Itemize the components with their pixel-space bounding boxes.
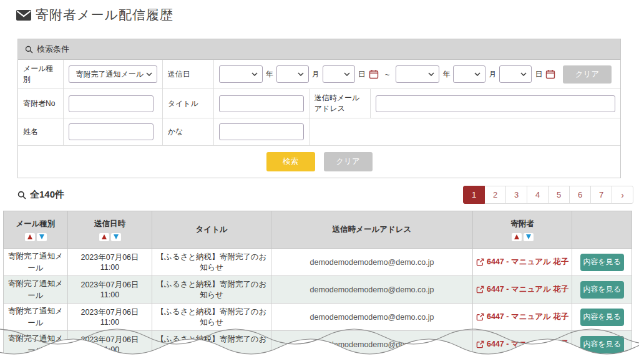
- date-from-day-select[interactable]: [323, 65, 355, 83]
- chevron-down-icon: [298, 72, 304, 76]
- cell-title: 【ふるさと納税】寄附完了のお知らせ: [152, 331, 271, 358]
- results-bar: 全140件 1 2 3 4 5 6 7 ›: [17, 186, 633, 204]
- sort-asc-icon[interactable]: [512, 233, 522, 241]
- title-label: タイトル: [162, 89, 213, 118]
- view-content-button[interactable]: 内容を見る: [580, 254, 624, 271]
- cell-sent-at: 2023年07月06日 11:00: [68, 249, 152, 276]
- table-header-row: メール種別 送信日時 タイトル 送信時メールアドレス 寄附者: [4, 211, 632, 249]
- search-panel-header: 検索条件: [18, 39, 620, 60]
- view-content-button[interactable]: 内容を見る: [580, 336, 624, 353]
- pagination-page-1[interactable]: 1: [463, 186, 485, 204]
- date-from-month-select[interactable]: [276, 65, 309, 83]
- donor-link[interactable]: 6447 - マニュアル 花子: [476, 257, 568, 267]
- date-range-separator: ~: [385, 70, 390, 79]
- view-content-button[interactable]: 内容を見る: [580, 309, 624, 326]
- kana-input[interactable]: [219, 123, 304, 140]
- month-unit-label: 月: [489, 69, 496, 80]
- cell-donor: 6447 - マニュアル 花子: [473, 276, 572, 304]
- calendar-icon[interactable]: [369, 69, 379, 79]
- donor-link[interactable]: 6447 - マニュアル 花子: [476, 339, 568, 350]
- cell-address: demodemodemodemo@demo.co.jp: [271, 331, 473, 358]
- page-title: 寄附者メール配信履歴: [16, 6, 173, 24]
- pagination-page-2[interactable]: 2: [484, 186, 506, 204]
- search-icon: [25, 46, 33, 54]
- chevron-down-icon: [520, 72, 527, 76]
- cell-donor: 6447 - マニュアル 花子: [473, 304, 572, 331]
- empty-cell: [309, 118, 620, 146]
- search-button[interactable]: 検索: [266, 152, 315, 171]
- external-link-icon: [476, 285, 484, 294]
- day-unit-label: 日: [358, 69, 366, 80]
- cell-address: demodemodemodemo@demo.co.jp: [271, 249, 473, 276]
- table-row: 寄附完了通知メール 2023年07月06日 11:00 【ふるさと納税】寄附完了…: [4, 249, 632, 276]
- external-link-icon: [476, 340, 484, 348]
- sort-asc-icon[interactable]: [25, 233, 35, 241]
- cell-donor: 6447 - マニュアル 花子: [473, 249, 572, 276]
- external-link-icon: [476, 313, 484, 321]
- view-content-button[interactable]: 内容を見る: [580, 281, 624, 299]
- year-unit-label: 年: [266, 69, 273, 80]
- column-header-sent-at: 送信日時: [68, 211, 152, 249]
- date-from-year-select[interactable]: [219, 65, 263, 83]
- chevron-down-icon: [344, 72, 350, 76]
- sort-desc-icon[interactable]: [524, 233, 534, 241]
- external-link-icon: [476, 258, 484, 266]
- send-date-label: 送信日: [162, 60, 213, 89]
- search-icon: [17, 191, 26, 199]
- name-input[interactable]: [69, 123, 154, 140]
- column-header-mail-type: メール種別: [4, 211, 68, 249]
- results-count: 全140件: [17, 189, 64, 201]
- chevron-down-icon: [146, 72, 152, 76]
- pagination-next-button[interactable]: ›: [612, 186, 633, 204]
- cell-sent-at: 2023年07月06日 11:00: [68, 276, 152, 304]
- date-clear-button[interactable]: クリア: [563, 65, 612, 84]
- date-to-month-select[interactable]: [453, 65, 485, 83]
- pagination-page-4[interactable]: 4: [527, 186, 549, 204]
- clear-button[interactable]: クリア: [324, 152, 373, 171]
- table-row: 寄附完了通知メール 2023年07月06日 11:00 【ふるさと納税】寄附完了…: [4, 331, 632, 358]
- mail-type-selected-value: 寄附完了通知メール: [74, 69, 146, 80]
- send-date-range: 年 月 日 ~ 年: [219, 65, 615, 84]
- cell-mail-type: 寄附完了通知メール: [4, 276, 68, 304]
- column-header-title: タイトル: [152, 211, 271, 249]
- cell-address: demodemodemodemo@demo.co.jp: [271, 304, 473, 331]
- chevron-down-icon: [474, 72, 480, 76]
- donor-no-label: 寄附者No: [18, 89, 63, 118]
- sort-asc-icon[interactable]: [99, 233, 109, 241]
- column-header-address: 送信時メールアドレス: [271, 211, 473, 249]
- mail-type-label: メール種別: [18, 60, 63, 89]
- pagination: 1 2 3 4 5 6 7 ›: [463, 186, 633, 204]
- cell-title: 【ふるさと納税】寄附完了のお知らせ: [152, 249, 271, 276]
- pagination-page-6[interactable]: 6: [569, 186, 591, 204]
- donor-no-input[interactable]: [69, 95, 154, 112]
- cell-address: demodemodemodemo@demo.co.jp: [271, 276, 473, 304]
- send-address-label: 送信時メールアドレス: [309, 89, 370, 118]
- pagination-page-3[interactable]: 3: [505, 186, 527, 204]
- table-row: 寄附完了通知メール 2023年07月06日 11:00 【ふるさと納税】寄附完了…: [4, 276, 632, 304]
- table-row: 寄附完了通知メール 2023年07月06日 11:00 【ふるさと納税】寄附完了…: [4, 304, 632, 331]
- pagination-page-7[interactable]: 7: [590, 186, 612, 204]
- page-title-text: 寄附者メール配信履歴: [36, 6, 173, 24]
- month-unit-label: 月: [312, 69, 320, 80]
- donor-link[interactable]: 6447 - マニュアル 花子: [476, 312, 568, 322]
- pagination-page-5[interactable]: 5: [548, 186, 570, 204]
- calendar-icon[interactable]: [545, 69, 555, 79]
- donor-link[interactable]: 6447 - マニュアル 花子: [476, 284, 568, 295]
- mail-type-select[interactable]: 寄附完了通知メール: [69, 65, 157, 83]
- mail-history-table: メール種別 送信日時 タイトル 送信時メールアドレス 寄附者: [3, 211, 632, 358]
- send-address-input[interactable]: [376, 95, 615, 112]
- search-panel-title: 検索条件: [37, 44, 69, 55]
- cell-sent-at: 2023年07月06日 11:00: [68, 331, 152, 358]
- sort-desc-icon[interactable]: [37, 233, 47, 241]
- title-input[interactable]: [219, 95, 304, 112]
- column-header-actions: [572, 211, 632, 249]
- day-unit-label: 日: [535, 69, 542, 80]
- column-header-donor: 寄附者: [473, 211, 572, 249]
- results-total-text: 全140件: [30, 189, 64, 201]
- date-to-year-select[interactable]: [396, 65, 439, 83]
- name-label: 姓名: [18, 118, 63, 146]
- sort-desc-icon[interactable]: [111, 233, 121, 241]
- cell-donor: 6447 - マニュアル 花子: [473, 331, 572, 358]
- date-to-day-select[interactable]: [499, 65, 532, 83]
- year-unit-label: 年: [442, 69, 450, 80]
